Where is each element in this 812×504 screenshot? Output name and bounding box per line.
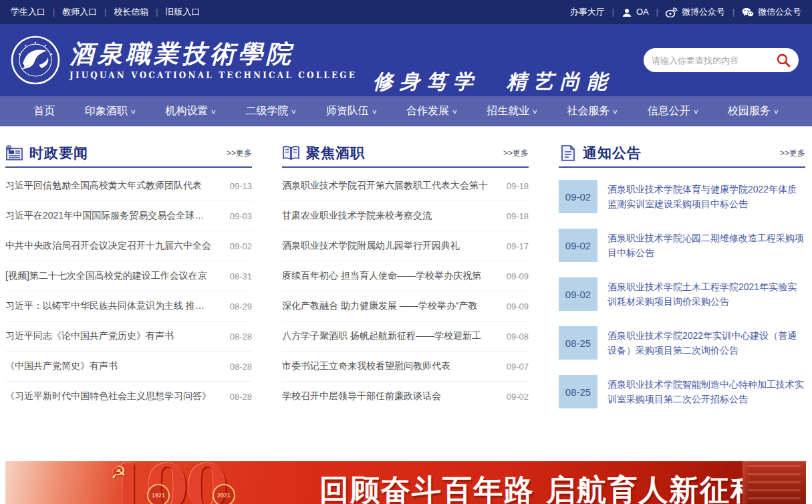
news-item[interactable]: 习近平回信勉励全国高校黄大年式教师团队代表09-13: [5, 171, 252, 201]
banner-headline: 回顾奋斗百年路 启航育人新征程: [319, 471, 761, 504]
news-item-date: 09-09: [507, 271, 529, 281]
book-icon: [282, 145, 300, 161]
wechat-icon: [742, 7, 754, 17]
topbar-link[interactable]: 旧版入口: [165, 6, 200, 18]
notice-item[interactable]: 09-02酒泉职业技术学院土木工程学院2021年实验实训耗材采购项目询价采购公告: [559, 277, 805, 311]
news-item-title: 酒泉职业技术学院召开第六届教职工代表大会第十: [282, 180, 488, 192]
search-input[interactable]: [652, 55, 776, 66]
section-title: 通知公告: [583, 144, 642, 162]
news-item[interactable]: 《中国共产党简史》有声书08-28: [5, 352, 252, 382]
news-item-date: 09-02: [507, 392, 529, 402]
chevron-down-icon: ∨: [612, 108, 618, 115]
wechat-link[interactable]: 微信公众号: [742, 6, 801, 18]
news-item-date: 08-28: [230, 392, 252, 402]
topbar-link[interactable]: 校长信箱: [114, 6, 148, 18]
wechat-label: 微信公众号: [758, 7, 801, 17]
site-header: 酒泉職業技術學院 JIUQUAN VOCATIONAL TECHNICAL CO…: [0, 24, 812, 96]
news-item[interactable]: 八方学子聚酒职 扬帆起航新征程——学校迎新工09-08: [282, 322, 529, 352]
news-item[interactable]: 深化产教融合 助力健康发展 ——学校举办“产教09-09: [282, 291, 529, 322]
party-emblem-icon: ☭: [111, 463, 126, 483]
news-item[interactable]: 习近平：以铸牢中华民族共同体意识为主线 推动新08-29: [5, 291, 252, 322]
news-item[interactable]: 《习近平新时代中国特色社会主义思想学习问答》08-28: [5, 382, 252, 411]
section-title: 聚焦酒职: [306, 144, 365, 162]
section-notices: 通知公告 >>更多 09-02酒泉职业技术学院体育与健康学院2022年体质监测实…: [559, 141, 805, 424]
nav-item-校园服务[interactable]: 校园服务∨: [728, 104, 779, 118]
notice-item[interactable]: 09-02酒泉职业技术学院体育与健康学院2022年体质监测实训室建设采购项目中标…: [559, 180, 805, 213]
news-item[interactable]: 中共中央政治局召开会议决定召开十九届六中全会09-02: [5, 231, 252, 261]
chevron-down-icon: ∨: [773, 108, 779, 115]
nav-item-信息公开[interactable]: 信息公开∨: [648, 104, 698, 118]
nav-item-首页[interactable]: 首页: [33, 104, 55, 118]
notice-item[interactable]: 09-02酒泉职业技术学院沁园二期维修改造工程采购项目中标公告: [559, 229, 805, 262]
nav-item-二级学院[interactable]: 二级学院∨: [245, 104, 296, 118]
school-name-block: 酒泉職業技術學院 JIUQUAN VOCATIONAL TECHNICAL CO…: [70, 40, 357, 80]
chevron-down-icon: ∨: [291, 108, 297, 115]
news-item[interactable]: 学校召开中层领导干部任前廉政谈话会09-02: [282, 382, 529, 411]
news-item-title: 甘肃农业职业技术学院来校考察交流: [282, 210, 432, 222]
news-item-title: 中共中央政治局召开会议决定召开十九届六中全会: [5, 240, 211, 252]
weibo-link[interactable]: 微博公众号: [666, 6, 725, 18]
nav-item-label: 师资队伍: [326, 104, 369, 118]
news-item[interactable]: [视频]第二十七次全国高校党的建设工作会议在京08-31: [5, 261, 252, 291]
news-item-date: 09-09: [507, 301, 529, 311]
notice-title: 酒泉职业技术学院沁园二期维修改造工程采购项目中标公告: [607, 231, 805, 260]
section-header: 通知公告 >>更多: [559, 141, 805, 168]
school-name-cn: 酒泉職業技術學院: [70, 40, 357, 67]
news-item-date: 09-18: [507, 181, 529, 191]
oa-link[interactable]: OA: [622, 7, 649, 17]
anniversary-banner[interactable]: 100 ☭ 1921 2021 回顾奋斗百年路 启航育人新征程: [5, 461, 806, 504]
nav-item-师资队伍[interactable]: 师资队伍∨: [326, 104, 377, 118]
chevron-down-icon: ∨: [532, 108, 538, 115]
news-item-title: 学校召开中层领导干部任前廉政谈话会: [282, 390, 441, 402]
news-item-title: 习近平回信勉励全国高校黄大年式教师团队代表: [5, 180, 202, 192]
notice-date-badge: 09-02: [559, 180, 597, 213]
school-logo: [11, 35, 60, 85]
more-link[interactable]: >>更多: [503, 148, 529, 159]
news-item[interactable]: 赓续百年初心 担当育人使命——学校举办庆祝第09-09: [282, 261, 529, 291]
separator: |: [732, 7, 734, 17]
section-header: 聚焦酒职 >>更多: [282, 141, 529, 168]
topbar-right-links: 办事大厅 | OA | 微博公众号 | 微信公众号: [570, 6, 801, 18]
nav-item-合作发展[interactable]: 合作发展∨: [406, 104, 457, 118]
news-item[interactable]: 市委书记王立奇来我校看望慰问教师代表09-07: [282, 352, 529, 382]
notice-date-badge: 08-25: [559, 326, 597, 360]
news-item-date: 08-28: [230, 362, 252, 372]
notice-date-badge: 09-02: [559, 229, 597, 262]
news-item-date: 09-02: [230, 241, 252, 251]
news-item[interactable]: 习近平同志《论中国共产党历史》有声书08-28: [5, 322, 252, 352]
news-item-date: 09-03: [230, 211, 252, 221]
news-item-date: 09-08: [507, 332, 529, 342]
news-item[interactable]: 甘肃农业职业技术学院来校考察交流09-18: [282, 201, 529, 231]
nav-item-印象酒职[interactable]: 印象酒职∨: [85, 104, 136, 118]
news-item-date: 09-13: [230, 181, 252, 191]
more-link[interactable]: >>更多: [227, 148, 252, 159]
nav-item-label: 校园服务: [728, 104, 771, 118]
news-item[interactable]: 酒泉职业技术学院附属幼儿园举行开园典礼09-17: [282, 231, 529, 261]
more-link[interactable]: >>更多: [780, 148, 805, 159]
campus-news-list: 酒泉职业技术学院召开第六届教职工代表大会第十09-18甘肃农业职业技术学院来校考…: [282, 171, 529, 411]
notice-item[interactable]: 08-25酒泉职业技术学院2022年实训中心建设（普通设备）采购项目第二次询价公…: [559, 326, 805, 360]
newspaper-icon: [5, 145, 23, 161]
section-title: 时政要闻: [29, 144, 88, 162]
news-item-date: 09-07: [507, 362, 529, 372]
topbar-link[interactable]: 教师入口: [62, 6, 97, 18]
news-item-title: 习近平在2021年中国国际服务贸易交易会全球服务: [5, 210, 213, 222]
news-item[interactable]: 习近平在2021年中国国际服务贸易交易会全球服务09-03: [5, 201, 252, 231]
news-item[interactable]: 酒泉职业技术学院召开第六届教职工代表大会第十09-18: [282, 171, 529, 201]
notice-list: 09-02酒泉职业技术学院体育与健康学院2022年体质监测实训室建设采购项目中标…: [559, 180, 805, 408]
nav-item-社会服务[interactable]: 社会服务∨: [567, 104, 618, 118]
news-item-title: 深化产教融合 助力健康发展 ——学校举办“产教: [282, 300, 477, 312]
nav-list: 首页印象酒职∨机构设置∨二级学院∨师资队伍∨合作发展∨招生就业∨社会服务∨信息公…: [0, 104, 812, 118]
topbar: 学生入口|教师入口|校长信箱|旧版入口 办事大厅 | OA | 微博公众号 | …: [0, 0, 812, 24]
news-item-title: 《中国共产党简史》有声书: [5, 360, 118, 372]
oa-label: OA: [636, 7, 649, 17]
news-item-date: 08-28: [230, 332, 252, 342]
search-icon[interactable]: [776, 53, 791, 68]
nav-item-机构设置[interactable]: 机构设置∨: [165, 104, 216, 118]
notice-item[interactable]: 08-25酒泉职业技术学院智能制造中心特种加工技术实训室采购项目第二次公开招标公…: [559, 375, 805, 408]
topbar-link[interactable]: 学生入口: [11, 6, 45, 18]
nav-item-招生就业[interactable]: 招生就业∨: [487, 104, 537, 118]
notice-date-badge: 08-25: [559, 375, 597, 408]
separator: |: [156, 7, 158, 17]
service-hall-link[interactable]: 办事大厅: [570, 6, 605, 18]
